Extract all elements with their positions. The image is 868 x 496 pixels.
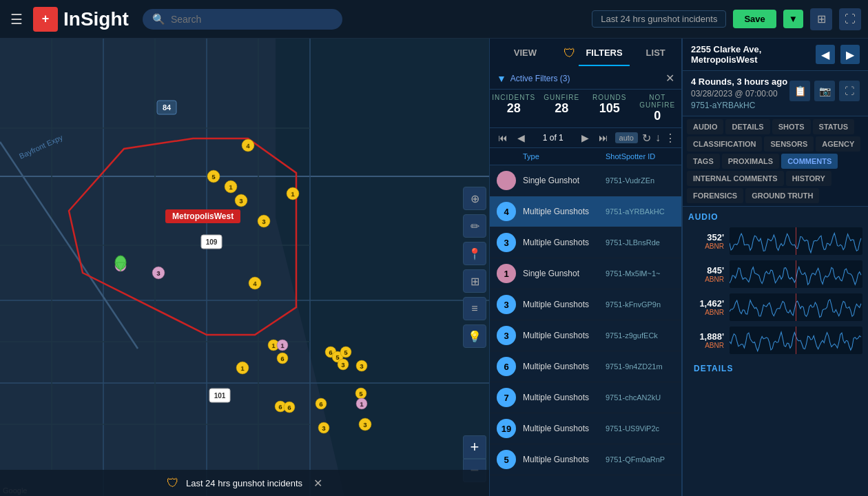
logo-icon: + xyxy=(33,7,58,32)
action-tab-history[interactable]: HISTORY xyxy=(786,171,831,186)
header-icons-row: 📋 📷 ⛶ xyxy=(789,81,860,101)
first-page-button[interactable]: ⏮ xyxy=(495,131,510,145)
tab-filters[interactable]: FILTERS xyxy=(579,41,630,66)
camera-icon-button[interactable]: 📷 xyxy=(814,81,835,101)
search-input[interactable] xyxy=(171,14,322,25)
incident-number: 7 xyxy=(497,388,516,407)
svg-text:3: 3 xyxy=(360,363,363,370)
next-incident-button[interactable]: ▶ xyxy=(840,45,860,64)
grid-button[interactable]: ⊞ xyxy=(463,269,486,293)
incident-row[interactable]: 3 Multiple Gunshots 9751-JLBnsRde xyxy=(490,227,681,258)
audio-section-label: AUDIO xyxy=(688,212,862,222)
incident-row[interactable]: 7 Multiple Gunshots 9751-chcAN2kU xyxy=(490,382,681,413)
incident-row[interactable]: Single Gunshot 9751-VudrZEn xyxy=(490,165,681,196)
panel-tabs: VIEW 🛡 FILTERS LIST xyxy=(490,39,681,68)
right-panel-header: 2255 Clarke Ave, MetropolisWest ◀ ▶ xyxy=(683,39,868,71)
incident-row[interactable]: 3 Multiple Gunshots 9751-kFnvGP9n xyxy=(490,289,681,320)
incident-id: 9751-chcAN2kU xyxy=(606,393,674,402)
refresh-button[interactable]: ↻ xyxy=(642,132,651,145)
expand-icon-button[interactable]: ⛶ xyxy=(839,81,860,101)
action-tab-status[interactable]: STATUS xyxy=(813,119,854,134)
prev-incident-button[interactable]: ◀ xyxy=(816,45,835,64)
draw-button[interactable]: ✏ xyxy=(463,214,486,238)
action-tab-internal-comments[interactable]: INTERNAL COMMENTS xyxy=(687,171,784,186)
action-tab-comments[interactable]: COMMENTS xyxy=(781,154,838,169)
incident-number xyxy=(497,171,516,190)
map-area[interactable]: 84 109 101 Bayfront Expy 4 1 3 5 3 1 4 1… xyxy=(0,39,489,496)
more-options-button[interactable]: ⋮ xyxy=(665,132,676,145)
layers-button[interactable]: ⊕ xyxy=(463,187,486,210)
tab-list[interactable]: LIST xyxy=(630,41,681,66)
map-location-label: MetropolisWest xyxy=(165,209,240,223)
banner-close-button[interactable]: ✕ xyxy=(313,477,322,490)
svg-text:1: 1 xyxy=(271,342,275,349)
tab-view[interactable]: VIEW xyxy=(490,41,561,66)
svg-text:3: 3 xyxy=(262,218,265,225)
waveform[interactable] xyxy=(730,327,862,354)
incident-row[interactable]: 5 Multiple Gunshots 9751-QFm0aRnP xyxy=(490,444,681,475)
next-page-button[interactable]: ▶ xyxy=(579,131,592,145)
filter-toggle-icon[interactable]: ▼ xyxy=(497,73,506,84)
action-tab-forensics[interactable]: FORENSICS xyxy=(687,188,743,203)
light-button[interactable]: 💡 xyxy=(463,324,486,348)
save-button[interactable]: Save xyxy=(733,10,776,28)
incident-id: 9751-VudrZEn xyxy=(606,176,674,185)
action-tab-sensors[interactable]: SENSORS xyxy=(764,136,814,152)
th-shotspotter-id[interactable]: ShotSpotter ID xyxy=(606,152,674,161)
action-tab-agency[interactable]: AGENCY xyxy=(816,136,860,152)
action-tab-tags[interactable]: TAGS xyxy=(687,154,720,169)
svg-text:1: 1 xyxy=(280,342,284,349)
incident-id: 9751-Mx5lM~1~ xyxy=(606,269,674,278)
dropdown-button[interactable]: ▼ xyxy=(783,10,803,28)
incident-row[interactable]: 19 Multiple Gunshots 9751-US9ViP2c xyxy=(490,413,681,444)
incident-id: 9751-JLBnsRde xyxy=(606,238,674,247)
list-view-button[interactable]: ≡ xyxy=(463,297,486,320)
incident-title: 4 Rounds, 3 hours ago xyxy=(691,76,787,87)
svg-text:3: 3 xyxy=(322,425,325,432)
action-tab-ground-truth[interactable]: GROUND TRUTH xyxy=(745,188,819,203)
incident-type: Multiple Gunshots xyxy=(523,393,599,402)
incident-id: 9751-aYRBAkHC xyxy=(606,207,674,216)
prev-page-button[interactable]: ◀ xyxy=(515,131,528,145)
middle-panel: VIEW 🛡 FILTERS LIST ▼ Active Filters (3)… xyxy=(489,39,682,496)
menu-icon[interactable]: ☰ xyxy=(7,8,26,31)
incident-row[interactable]: 4 Multiple Gunshots 9751-aYRBAkHC xyxy=(490,196,681,227)
filter-close-button[interactable]: ✕ xyxy=(665,72,674,85)
action-tab-proximals[interactable]: PROXIMALS xyxy=(722,154,779,169)
right-panel: 2255 Clarke Ave, MetropolisWest ◀ ▶ 4 Ro… xyxy=(682,39,868,496)
banner-text: Last 24 hrs gunshot incidents xyxy=(186,478,302,488)
audio-row: 845' ABNR xyxy=(688,260,862,288)
incident-row[interactable]: 1 Single Gunshot 9751-Mx5lM~1~ xyxy=(490,258,681,289)
last-page-button[interactable]: ⏭ xyxy=(596,131,611,145)
svg-text:5: 5 xyxy=(211,174,215,180)
svg-text:6: 6 xyxy=(319,401,322,408)
expand-button[interactable]: ⛶ xyxy=(839,8,861,30)
waveform[interactable] xyxy=(730,227,862,255)
action-tab-classification[interactable]: CLASSIFICATION xyxy=(687,136,762,152)
incident-number: 5 xyxy=(497,450,516,469)
download-button[interactable]: ↓ xyxy=(655,132,661,144)
action-tab-details[interactable]: DETAILS xyxy=(725,119,769,134)
incident-type: Multiple Gunshots xyxy=(523,300,599,309)
incident-type: Multiple Gunshots xyxy=(523,424,599,433)
incident-row[interactable]: 3 Multiple Gunshots 9751-z9gufECk xyxy=(490,320,681,351)
incident-meta: 4 Rounds, 3 hours ago 03/28/2023 @ 07:00… xyxy=(683,71,868,116)
action-tab-audio[interactable]: AUDIO xyxy=(687,119,723,134)
grid-view-button[interactable]: ⊞ xyxy=(810,8,832,30)
svg-text:109: 109 xyxy=(206,238,218,246)
waveform[interactable] xyxy=(730,260,862,288)
audio-section: AUDIO 352' ABNR 845' ABNR 1,462' xyxy=(683,207,868,496)
pin-button[interactable]: 📍 xyxy=(463,242,486,265)
clipboard-icon-button[interactable]: 📋 xyxy=(789,81,810,101)
pagination-bar: ⏮ ◀ 1 of 1 ▶ ⏭ auto ↻ ↓ ⋮ xyxy=(490,128,681,148)
th-type[interactable]: Type xyxy=(523,152,599,161)
action-tab-shots[interactable]: SHOTS xyxy=(772,119,811,134)
svg-text:6: 6 xyxy=(329,349,332,356)
active-filters-label: Active Filters (3) xyxy=(510,74,661,83)
search-bar[interactable]: 🔍 xyxy=(143,9,342,30)
incident-row[interactable]: 6 Multiple Gunshots 9751-9n4ZD21m xyxy=(490,351,681,382)
saved-query-text: Last 24 hrs gunshot incidents xyxy=(601,14,717,24)
zoom-in-button[interactable]: + xyxy=(463,435,486,459)
waveform[interactable] xyxy=(730,293,862,321)
map-controls: ⊕ ✏ 📍 ⊞ ≡ 💡 xyxy=(463,187,486,348)
